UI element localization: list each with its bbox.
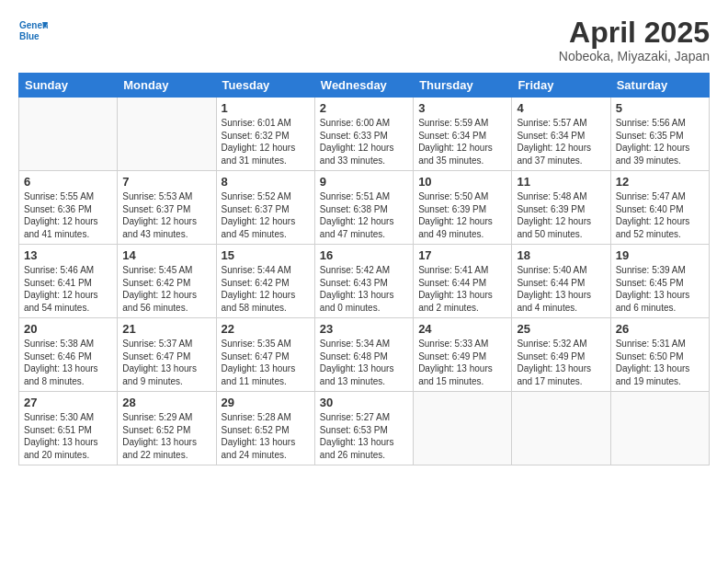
day-number: 22 [222,322,310,336]
day-info: Sunrise: 5:31 AM Sunset: 6:50 PM Dayligh… [616,338,704,387]
calendar-cell: 12Sunrise: 5:47 AM Sunset: 6:40 PM Dayli… [610,171,709,245]
day-info: Sunrise: 5:44 AM Sunset: 6:42 PM Dayligh… [222,264,310,314]
day-number: 13 [24,248,112,262]
calendar-header-row: Sunday Monday Tuesday Wednesday Thursday… [19,74,710,98]
calendar-cell: 25Sunrise: 5:32 AM Sunset: 6:49 PM Dayli… [512,318,610,392]
day-number: 30 [320,396,408,409]
calendar-cell: 2Sunrise: 6:00 AM Sunset: 6:33 PM Daylig… [314,98,413,171]
day-info: Sunrise: 5:48 AM Sunset: 6:39 PM Dayligh… [517,190,605,240]
day-info: Sunrise: 5:32 AM Sunset: 6:49 PM Dayligh… [517,338,605,387]
calendar-cell: 1Sunrise: 6:01 AM Sunset: 6:32 PM Daylig… [216,98,314,171]
day-number: 28 [122,396,210,409]
calendar-cell [610,392,709,465]
calendar-cell: 11Sunrise: 5:48 AM Sunset: 6:39 PM Dayli… [512,171,610,245]
page: General Blue April 2025 Nobeoka, Miyazak… [0,0,728,563]
col-monday: Monday [118,74,216,98]
day-number: 20 [24,322,112,336]
calendar-cell: 27Sunrise: 5:30 AM Sunset: 6:51 PM Dayli… [19,392,118,465]
day-number: 6 [24,175,112,189]
col-wednesday: Wednesday [314,74,413,98]
day-info: Sunrise: 5:56 AM Sunset: 6:35 PM Dayligh… [616,117,704,167]
calendar-cell: 21Sunrise: 5:37 AM Sunset: 6:47 PM Dayli… [118,318,216,392]
calendar-cell: 13Sunrise: 5:46 AM Sunset: 6:41 PM Dayli… [19,245,118,318]
calendar-cell: 26Sunrise: 5:31 AM Sunset: 6:50 PM Dayli… [610,318,709,392]
day-number: 3 [418,101,506,115]
calendar-cell: 30Sunrise: 5:27 AM Sunset: 6:53 PM Dayli… [314,392,413,465]
day-info: Sunrise: 5:57 AM Sunset: 6:34 PM Dayligh… [517,117,605,167]
day-number: 21 [122,322,210,336]
calendar-cell: 24Sunrise: 5:33 AM Sunset: 6:49 PM Dayli… [414,318,512,392]
logo-svg: General Blue [18,17,48,46]
day-info: Sunrise: 5:51 AM Sunset: 6:38 PM Dayligh… [320,190,408,240]
day-info: Sunrise: 5:42 AM Sunset: 6:43 PM Dayligh… [320,264,408,314]
day-number: 15 [222,248,310,262]
calendar-week-row: 13Sunrise: 5:46 AM Sunset: 6:41 PM Dayli… [19,245,710,318]
day-info: Sunrise: 5:39 AM Sunset: 6:45 PM Dayligh… [616,264,704,314]
day-info: Sunrise: 5:47 AM Sunset: 6:40 PM Dayligh… [616,190,704,240]
calendar-cell: 6Sunrise: 5:55 AM Sunset: 6:36 PM Daylig… [19,171,118,245]
calendar-cell: 17Sunrise: 5:41 AM Sunset: 6:44 PM Dayli… [414,245,512,318]
day-number: 18 [517,248,605,262]
day-number: 26 [616,322,704,336]
title-block: April 2025 Nobeoka, Miyazaki, Japan [559,17,710,63]
col-tuesday: Tuesday [216,74,314,98]
calendar-cell: 5Sunrise: 5:56 AM Sunset: 6:35 PM Daylig… [610,98,709,171]
day-info: Sunrise: 5:59 AM Sunset: 6:34 PM Dayligh… [418,117,506,167]
calendar-cell: 23Sunrise: 5:34 AM Sunset: 6:48 PM Dayli… [314,318,413,392]
calendar-cell: 15Sunrise: 5:44 AM Sunset: 6:42 PM Dayli… [216,245,314,318]
day-number: 25 [517,322,605,336]
day-info: Sunrise: 5:27 AM Sunset: 6:53 PM Dayligh… [320,411,408,461]
calendar-cell: 28Sunrise: 5:29 AM Sunset: 6:52 PM Dayli… [118,392,216,465]
day-info: Sunrise: 5:45 AM Sunset: 6:42 PM Dayligh… [122,264,210,314]
calendar-cell: 9Sunrise: 5:51 AM Sunset: 6:38 PM Daylig… [314,171,413,245]
day-info: Sunrise: 6:00 AM Sunset: 6:33 PM Dayligh… [320,117,408,167]
calendar-week-row: 6Sunrise: 5:55 AM Sunset: 6:36 PM Daylig… [19,171,710,245]
day-number: 4 [517,101,605,115]
col-saturday: Saturday [610,74,709,98]
day-info: Sunrise: 5:50 AM Sunset: 6:39 PM Dayligh… [418,190,506,240]
calendar-week-row: 1Sunrise: 6:01 AM Sunset: 6:32 PM Daylig… [19,98,710,171]
day-number: 2 [320,101,408,115]
calendar-cell: 16Sunrise: 5:42 AM Sunset: 6:43 PM Dayli… [314,245,413,318]
calendar-cell [19,98,118,171]
calendar-cell [118,98,216,171]
calendar-cell: 19Sunrise: 5:39 AM Sunset: 6:45 PM Dayli… [610,245,709,318]
day-number: 7 [122,175,210,189]
month-title: April 2025 [559,17,710,49]
day-info: Sunrise: 5:46 AM Sunset: 6:41 PM Dayligh… [24,264,112,314]
calendar-cell: 7Sunrise: 5:53 AM Sunset: 6:37 PM Daylig… [118,171,216,245]
calendar-table: Sunday Monday Tuesday Wednesday Thursday… [18,73,710,465]
calendar-cell [414,392,512,465]
calendar-cell: 18Sunrise: 5:40 AM Sunset: 6:44 PM Dayli… [512,245,610,318]
day-info: Sunrise: 5:41 AM Sunset: 6:44 PM Dayligh… [418,264,506,314]
col-friday: Friday [512,74,610,98]
day-number: 8 [222,175,310,189]
svg-text:General: General [19,20,48,30]
day-number: 12 [616,175,704,189]
calendar-cell: 3Sunrise: 5:59 AM Sunset: 6:34 PM Daylig… [414,98,512,171]
col-sunday: Sunday [19,74,118,98]
day-number: 14 [122,248,210,262]
day-info: Sunrise: 5:40 AM Sunset: 6:44 PM Dayligh… [517,264,605,314]
calendar-cell: 22Sunrise: 5:35 AM Sunset: 6:47 PM Dayli… [216,318,314,392]
day-number: 29 [222,396,310,409]
day-info: Sunrise: 5:38 AM Sunset: 6:46 PM Dayligh… [24,338,112,387]
day-number: 10 [418,175,506,189]
day-number: 19 [616,248,704,262]
day-info: Sunrise: 5:52 AM Sunset: 6:37 PM Dayligh… [222,190,310,240]
logo: General Blue [18,17,48,46]
day-info: Sunrise: 6:01 AM Sunset: 6:32 PM Dayligh… [222,117,310,167]
calendar-week-row: 27Sunrise: 5:30 AM Sunset: 6:51 PM Dayli… [19,392,710,465]
day-info: Sunrise: 5:34 AM Sunset: 6:48 PM Dayligh… [320,338,408,387]
day-number: 17 [418,248,506,262]
day-info: Sunrise: 5:28 AM Sunset: 6:52 PM Dayligh… [222,411,310,461]
day-info: Sunrise: 5:30 AM Sunset: 6:51 PM Dayligh… [24,411,112,461]
day-number: 24 [418,322,506,336]
calendar-week-row: 20Sunrise: 5:38 AM Sunset: 6:46 PM Dayli… [19,318,710,392]
calendar-cell: 14Sunrise: 5:45 AM Sunset: 6:42 PM Dayli… [118,245,216,318]
calendar-cell: 10Sunrise: 5:50 AM Sunset: 6:39 PM Dayli… [414,171,512,245]
day-info: Sunrise: 5:55 AM Sunset: 6:36 PM Dayligh… [24,190,112,240]
calendar-cell: 20Sunrise: 5:38 AM Sunset: 6:46 PM Dayli… [19,318,118,392]
calendar-cell: 29Sunrise: 5:28 AM Sunset: 6:52 PM Dayli… [216,392,314,465]
day-number: 11 [517,175,605,189]
